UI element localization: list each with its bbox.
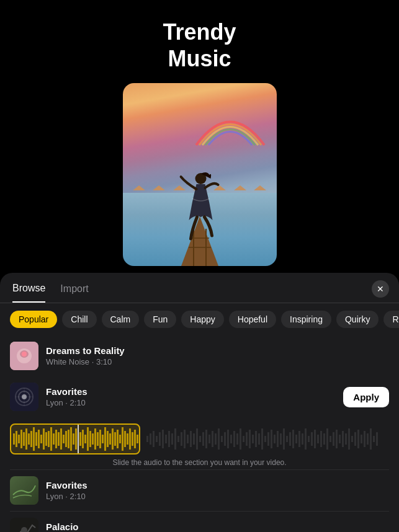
svg-rect-26 [40,435,42,443]
svg-rect-92 [227,430,229,448]
svg-rect-32 [55,430,57,448]
svg-rect-95 [236,433,238,445]
svg-rect-57 [117,430,119,448]
svg-rect-138 [370,428,372,450]
svg-rect-110 [283,428,285,450]
svg-rect-41 [78,425,79,453]
svg-rect-20 [25,428,27,450]
svg-rect-121 [317,435,319,443]
svg-rect-29 [48,431,50,447]
music-item-favorites-list[interactable]: Favorites Lyon · 2:10 [0,470,399,511]
music-item-palacio[interactable]: Palacio SLVA · 3:10 [0,512,399,532]
svg-rect-25 [38,430,40,448]
genre-tag-happy[interactable]: Happy [181,311,223,328]
svg-rect-107 [274,435,276,443]
svg-rect-112 [289,432,291,446]
waveform-section[interactable]: Slide the audio to the section you want … [0,417,399,469]
svg-rect-135 [361,435,362,443]
waveform-active-region[interactable] [10,423,140,454]
svg-rect-48 [94,428,96,450]
svg-rect-43 [82,430,84,448]
genre-tag-reflective[interactable]: Reflective [383,311,399,328]
svg-rect-15 [13,433,15,445]
svg-rect-113 [292,430,294,448]
svg-rect-111 [286,436,288,442]
page-title: Trendy Music [163,19,236,72]
waveform-container[interactable] [10,422,389,456]
close-button[interactable]: ✕ [372,280,389,298]
svg-rect-51 [102,435,104,443]
svg-rect-28 [45,432,47,446]
svg-rect-76 [177,436,179,442]
svg-rect-36 [65,431,67,447]
title-dreams: Dreams to Reality [46,345,389,356]
music-item-dreams[interactable]: Dreams to Reality White Noise · 3:10 [0,335,399,376]
svg-rect-16 [16,431,17,447]
svg-rect-27 [43,428,45,450]
svg-rect-34 [60,428,62,450]
svg-rect-21 [28,433,30,445]
svg-rect-58 [119,435,121,443]
svg-rect-93 [230,435,232,443]
svg-rect-85 [205,430,207,448]
svg-rect-59 [122,427,123,451]
tab-browse[interactable]: Browse [12,283,45,303]
svg-rect-127 [336,430,338,448]
svg-rect-62 [129,428,131,450]
genre-tag-hopeful[interactable]: Hopeful [229,311,276,328]
svg-rect-115 [298,431,300,447]
hero-section: Trendy Music [0,0,399,273]
svg-rect-90 [221,436,223,442]
svg-rect-70 [159,432,161,446]
svg-rect-64 [134,430,136,448]
svg-rect-105 [267,432,269,446]
svg-rect-131 [348,428,350,450]
svg-rect-60 [124,431,126,447]
svg-rect-98 [246,432,248,446]
svg-rect-74 [171,433,173,445]
svg-rect-124 [326,428,328,450]
svg-rect-38 [70,427,72,451]
svg-rect-33 [58,432,60,446]
waveform-inactive-region[interactable] [140,423,389,454]
genre-tag-inspiring[interactable]: Inspiring [281,311,331,328]
music-item-favorites-active[interactable]: Favorites Lyon · 2:10 Apply [0,376,399,417]
svg-rect-23 [33,427,35,451]
svg-rect-83 [199,436,201,442]
svg-rect-81 [193,433,195,445]
svg-rect-39 [73,433,74,445]
svg-rect-66 [146,436,148,442]
waveform-hint: Slide the audio to the section you want … [10,458,389,467]
svg-rect-24 [35,432,37,446]
svg-rect-17 [18,435,20,443]
subtitle-favorites-list: Lyon · 2:10 [46,492,389,501]
svg-rect-55 [112,428,114,450]
genre-tag-calm[interactable]: Calm [102,311,140,328]
svg-rect-132 [351,436,353,442]
svg-rect-19 [23,432,25,446]
svg-rect-45 [87,427,89,451]
info-palacio: Palacio SLVA · 3:10 [46,521,389,532]
genre-tag-popular[interactable]: Popular [10,311,57,328]
title-favorites-active: Favorites [46,386,336,397]
genre-tag-fun[interactable]: Fun [144,311,176,328]
svg-rect-114 [295,435,297,443]
svg-rect-53 [107,431,109,447]
svg-rect-123 [323,433,325,445]
svg-rect-87 [212,431,213,447]
apply-button[interactable]: Apply [343,387,389,407]
genre-tag-chill[interactable]: Chill [62,311,96,328]
svg-rect-103 [261,428,263,450]
svg-rect-97 [243,436,244,442]
genre-tag-quirky[interactable]: Quirky [336,311,379,328]
thumbnail-favorites-active [10,383,38,411]
svg-rect-101 [255,431,257,447]
svg-rect-30 [50,427,52,451]
svg-rect-35 [63,435,65,443]
svg-rect-122 [320,431,322,447]
tab-import[interactable]: Import [60,283,88,302]
svg-rect-68 [153,431,155,447]
svg-rect-88 [215,433,217,445]
svg-rect-119 [311,432,313,446]
svg-rect-52 [104,427,106,451]
